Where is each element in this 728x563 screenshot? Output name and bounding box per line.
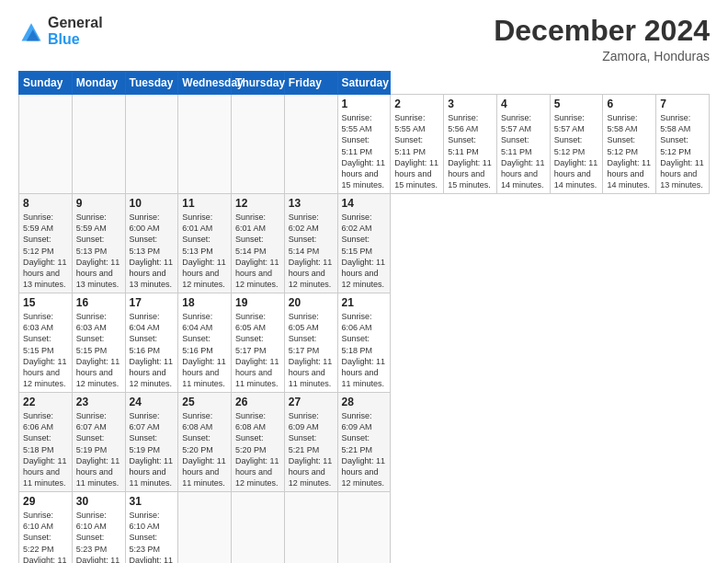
day-number: 8 xyxy=(23,197,68,210)
calendar-cell: 13Sunrise: 6:02 AMSunset: 5:14 PMDayligh… xyxy=(284,194,337,293)
day-info: Sunrise: 6:07 AMSunset: 5:19 PMDaylight:… xyxy=(76,410,121,488)
day-number: 21 xyxy=(342,296,387,309)
col-header-thursday: Thursday xyxy=(232,72,285,95)
calendar-subtitle: Zamora, Honduras xyxy=(494,49,710,63)
day-info: Sunrise: 6:06 AMSunset: 5:18 PMDaylight:… xyxy=(342,311,387,389)
day-number: 16 xyxy=(76,296,121,309)
day-info: Sunrise: 6:02 AMSunset: 5:14 PMDaylight:… xyxy=(289,212,334,290)
day-number: 25 xyxy=(182,396,227,408)
day-info: Sunrise: 6:09 AMSunset: 5:21 PMDaylight:… xyxy=(342,410,387,488)
day-number: 5 xyxy=(554,98,599,110)
day-number: 3 xyxy=(448,98,493,110)
calendar-cell xyxy=(178,492,232,563)
calendar-cell: 26Sunrise: 6:08 AMSunset: 5:20 PMDayligh… xyxy=(232,393,285,492)
calendar-cell xyxy=(284,95,337,194)
col-header-wednesday: Wednesday xyxy=(178,72,232,95)
calendar-cell xyxy=(178,95,232,194)
day-info: Sunrise: 5:55 AMSunset: 5:11 PMDaylight:… xyxy=(342,112,387,190)
calendar-cell xyxy=(72,95,125,194)
day-number: 28 xyxy=(342,396,387,408)
day-number: 15 xyxy=(23,296,68,309)
col-header-sunday: Sunday xyxy=(19,72,73,95)
day-number: 6 xyxy=(607,98,652,110)
calendar-cell: 6Sunrise: 5:58 AMSunset: 5:12 PMDaylight… xyxy=(603,95,656,194)
calendar-cell xyxy=(125,95,178,194)
day-info: Sunrise: 6:04 AMSunset: 5:16 PMDaylight:… xyxy=(182,311,227,389)
day-info: Sunrise: 6:07 AMSunset: 5:19 PMDaylight:… xyxy=(130,410,175,488)
day-number: 26 xyxy=(235,396,280,408)
calendar-cell: 21Sunrise: 6:06 AMSunset: 5:18 PMDayligh… xyxy=(337,293,391,393)
day-number: 30 xyxy=(76,495,121,508)
calendar-cell: 5Sunrise: 5:57 AMSunset: 5:12 PMDaylight… xyxy=(550,95,603,194)
day-info: Sunrise: 6:03 AMSunset: 5:15 PMDaylight:… xyxy=(76,311,121,389)
calendar-cell xyxy=(337,492,391,563)
day-number: 2 xyxy=(394,98,439,110)
calendar-cell xyxy=(284,492,337,563)
day-info: Sunrise: 6:04 AMSunset: 5:16 PMDaylight:… xyxy=(130,311,175,389)
day-number: 29 xyxy=(23,495,68,508)
title-block: December 2024 Zamora, Honduras xyxy=(494,15,710,63)
calendar-cell: 2Sunrise: 5:55 AMSunset: 5:11 PMDaylight… xyxy=(391,95,444,194)
day-info: Sunrise: 5:58 AMSunset: 5:12 PMDaylight:… xyxy=(660,112,705,190)
calendar-week-3: 15Sunrise: 6:03 AMSunset: 5:15 PMDayligh… xyxy=(19,293,710,393)
logo-general-text: General xyxy=(48,15,103,31)
day-number: 11 xyxy=(182,197,227,210)
day-number: 4 xyxy=(501,98,546,110)
day-info: Sunrise: 6:08 AMSunset: 5:20 PMDaylight:… xyxy=(182,410,227,488)
calendar-cell xyxy=(232,95,285,194)
calendar-cell: 23Sunrise: 6:07 AMSunset: 5:19 PMDayligh… xyxy=(72,393,125,492)
col-header-friday: Friday xyxy=(284,72,337,95)
day-number: 14 xyxy=(342,197,387,210)
day-info: Sunrise: 5:57 AMSunset: 5:11 PMDaylight:… xyxy=(501,112,546,190)
day-number: 9 xyxy=(76,197,121,210)
day-info: Sunrise: 6:01 AMSunset: 5:14 PMDaylight:… xyxy=(235,212,280,290)
day-info: Sunrise: 6:10 AMSunset: 5:23 PMDaylight:… xyxy=(130,510,175,563)
calendar-week-5: 29Sunrise: 6:10 AMSunset: 5:22 PMDayligh… xyxy=(19,492,710,563)
day-info: Sunrise: 6:10 AMSunset: 5:23 PMDaylight:… xyxy=(76,510,121,563)
day-info: Sunrise: 6:09 AMSunset: 5:21 PMDaylight:… xyxy=(289,410,334,488)
calendar-cell: 10Sunrise: 6:00 AMSunset: 5:13 PMDayligh… xyxy=(125,194,178,293)
day-number: 23 xyxy=(76,396,121,408)
logo-blue-text: Blue xyxy=(48,31,103,48)
calendar-cell: 9Sunrise: 5:59 AMSunset: 5:13 PMDaylight… xyxy=(72,194,125,293)
calendar-cell: 25Sunrise: 6:08 AMSunset: 5:20 PMDayligh… xyxy=(178,393,232,492)
day-number: 19 xyxy=(235,296,280,309)
calendar-cell: 19Sunrise: 6:05 AMSunset: 5:17 PMDayligh… xyxy=(232,293,285,393)
day-number: 10 xyxy=(130,197,175,210)
calendar-cell: 18Sunrise: 6:04 AMSunset: 5:16 PMDayligh… xyxy=(178,293,232,393)
calendar-cell: 28Sunrise: 6:09 AMSunset: 5:21 PMDayligh… xyxy=(337,393,391,492)
day-number: 7 xyxy=(660,98,705,110)
day-info: Sunrise: 6:03 AMSunset: 5:15 PMDaylight:… xyxy=(23,311,68,389)
day-info: Sunrise: 6:05 AMSunset: 5:17 PMDaylight:… xyxy=(235,311,280,389)
col-header-monday: Monday xyxy=(72,72,125,95)
calendar-week-2: 8Sunrise: 5:59 AMSunset: 5:12 PMDaylight… xyxy=(19,194,710,293)
day-info: Sunrise: 5:59 AMSunset: 5:12 PMDaylight:… xyxy=(23,212,68,290)
day-info: Sunrise: 6:02 AMSunset: 5:15 PMDaylight:… xyxy=(342,212,387,290)
calendar-cell: 31Sunrise: 6:10 AMSunset: 5:23 PMDayligh… xyxy=(125,492,178,563)
day-number: 31 xyxy=(130,495,175,508)
day-info: Sunrise: 5:57 AMSunset: 5:12 PMDaylight:… xyxy=(554,112,599,190)
calendar-cell: 12Sunrise: 6:01 AMSunset: 5:14 PMDayligh… xyxy=(232,194,285,293)
calendar-cell: 15Sunrise: 6:03 AMSunset: 5:15 PMDayligh… xyxy=(19,293,73,393)
calendar-cell: 27Sunrise: 6:09 AMSunset: 5:21 PMDayligh… xyxy=(284,393,337,492)
col-header-saturday: Saturday xyxy=(337,72,391,95)
calendar-cell: 8Sunrise: 5:59 AMSunset: 5:12 PMDaylight… xyxy=(19,194,73,293)
calendar-cell: 14Sunrise: 6:02 AMSunset: 5:15 PMDayligh… xyxy=(337,194,391,293)
calendar-week-4: 22Sunrise: 6:06 AMSunset: 5:18 PMDayligh… xyxy=(19,393,710,492)
logo-text: General Blue xyxy=(48,15,103,47)
calendar-cell: 20Sunrise: 6:05 AMSunset: 5:17 PMDayligh… xyxy=(284,293,337,393)
calendar-cell: 24Sunrise: 6:07 AMSunset: 5:19 PMDayligh… xyxy=(125,393,178,492)
calendar-cell xyxy=(19,95,73,194)
calendar-table: SundayMondayTuesdayWednesdayThursdayFrid… xyxy=(18,71,710,563)
day-info: Sunrise: 6:00 AMSunset: 5:13 PMDaylight:… xyxy=(130,212,175,290)
calendar-week-1: 1Sunrise: 5:55 AMSunset: 5:11 PMDaylight… xyxy=(19,95,710,194)
day-info: Sunrise: 5:55 AMSunset: 5:11 PMDaylight:… xyxy=(394,112,439,190)
calendar-cell: 7Sunrise: 5:58 AMSunset: 5:12 PMDaylight… xyxy=(656,95,710,194)
day-number: 20 xyxy=(289,296,334,309)
calendar-header-row: SundayMondayTuesdayWednesdayThursdayFrid… xyxy=(19,72,710,95)
day-info: Sunrise: 5:56 AMSunset: 5:11 PMDaylight:… xyxy=(448,112,493,190)
day-number: 18 xyxy=(182,296,227,309)
col-header-tuesday: Tuesday xyxy=(125,72,178,95)
day-info: Sunrise: 6:10 AMSunset: 5:22 PMDaylight:… xyxy=(23,510,68,563)
day-number: 22 xyxy=(23,396,68,408)
